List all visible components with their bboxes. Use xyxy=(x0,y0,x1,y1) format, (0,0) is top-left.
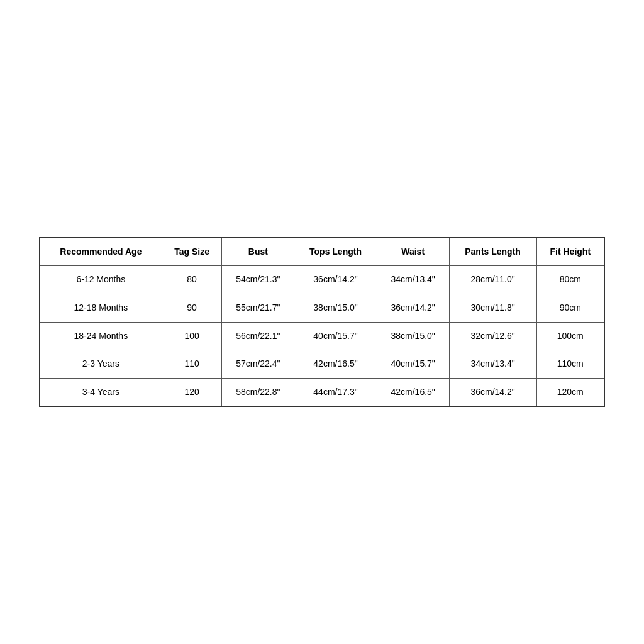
cell-pants-length: 36cm/14.2" xyxy=(449,378,536,406)
cell-age: 2-3 Years xyxy=(40,350,162,379)
cell-bust: 54cm/21.3" xyxy=(222,266,294,294)
cell-tag-size: 80 xyxy=(162,266,222,294)
cell-age: 3-4 Years xyxy=(40,378,162,406)
header-bust: Bust xyxy=(222,238,294,266)
cell-bust: 55cm/21.7" xyxy=(222,294,294,322)
cell-tag-size: 100 xyxy=(162,322,222,350)
cell-tops-length: 40cm/15.7" xyxy=(294,322,377,350)
cell-fit-height: 80cm xyxy=(536,266,604,294)
cell-waist: 40cm/15.7" xyxy=(377,350,449,379)
cell-fit-height: 100cm xyxy=(536,322,604,350)
cell-tag-size: 90 xyxy=(162,294,222,322)
size-chart-table: Recommended Age Tag Size Bust Tops Lengt… xyxy=(39,237,605,408)
table-row: 12-18 Months9055cm/21.7"38cm/15.0"36cm/1… xyxy=(40,294,604,322)
header-pants-length: Pants Length xyxy=(449,238,536,266)
table-row: 3-4 Years12058cm/22.8"44cm/17.3"42cm/16.… xyxy=(40,378,604,406)
size-chart-container: Recommended Age Tag Size Bust Tops Lengt… xyxy=(39,237,605,408)
cell-bust: 57cm/22.4" xyxy=(222,350,294,379)
cell-age: 18-24 Months xyxy=(40,322,162,350)
header-waist: Waist xyxy=(377,238,449,266)
header-tag-size: Tag Size xyxy=(162,238,222,266)
header-recommended-age: Recommended Age xyxy=(40,238,162,266)
table-header-row: Recommended Age Tag Size Bust Tops Lengt… xyxy=(40,238,604,266)
cell-pants-length: 32cm/12.6" xyxy=(449,322,536,350)
cell-fit-height: 110cm xyxy=(536,350,604,379)
cell-bust: 56cm/22.1" xyxy=(222,322,294,350)
table-row: 2-3 Years11057cm/22.4"42cm/16.5"40cm/15.… xyxy=(40,350,604,379)
cell-waist: 34cm/13.4" xyxy=(377,266,449,294)
cell-tops-length: 36cm/14.2" xyxy=(294,266,377,294)
cell-tops-length: 44cm/17.3" xyxy=(294,378,377,406)
cell-pants-length: 30cm/11.8" xyxy=(449,294,536,322)
cell-tag-size: 120 xyxy=(162,378,222,406)
cell-pants-length: 28cm/11.0" xyxy=(449,266,536,294)
cell-pants-length: 34cm/13.4" xyxy=(449,350,536,379)
cell-fit-height: 90cm xyxy=(536,294,604,322)
cell-waist: 36cm/14.2" xyxy=(377,294,449,322)
cell-tops-length: 42cm/16.5" xyxy=(294,350,377,379)
cell-fit-height: 120cm xyxy=(536,378,604,406)
header-tops-length: Tops Length xyxy=(294,238,377,266)
cell-age: 12-18 Months xyxy=(40,294,162,322)
cell-tag-size: 110 xyxy=(162,350,222,379)
cell-waist: 42cm/16.5" xyxy=(377,378,449,406)
cell-waist: 38cm/15.0" xyxy=(377,322,449,350)
header-fit-height: Fit Height xyxy=(536,238,604,266)
cell-age: 6-12 Months xyxy=(40,266,162,294)
cell-bust: 58cm/22.8" xyxy=(222,378,294,406)
cell-tops-length: 38cm/15.0" xyxy=(294,294,377,322)
table-row: 6-12 Months8054cm/21.3"36cm/14.2"34cm/13… xyxy=(40,266,604,294)
table-row: 18-24 Months10056cm/22.1"40cm/15.7"38cm/… xyxy=(40,322,604,350)
